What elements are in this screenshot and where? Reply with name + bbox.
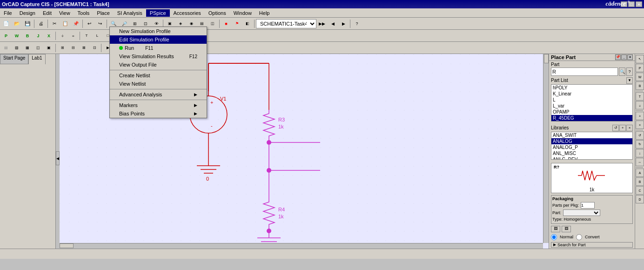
menu-si-analysis[interactable]: SI Analysis [114,9,146,17]
part-filter-button[interactable]: ▼ [626,77,633,84]
part-search-button[interactable]: 🔍 [619,68,625,76]
t3-btn7[interactable]: ⊟ [68,43,78,53]
frt-btn7[interactable]: + [636,112,644,120]
part-list[interactable]: hPOLY K_Linear L L_var OPAMP R_45DEG R_v… [551,84,633,122]
run-sim-button[interactable]: ▶▶ [317,19,327,29]
menu-help[interactable]: Help [255,9,274,17]
scrollbar-vertical[interactable] [543,54,549,243]
part-list-item-selected[interactable]: R_45DEG [551,115,632,121]
place-wire-btn[interactable]: W [12,31,22,41]
close-button[interactable]: × [636,1,642,7]
menu-pspice[interactable]: PSpice [146,9,170,17]
tb-flag[interactable]: ⚑ [232,19,242,29]
menu-advanced-analysis[interactable]: Advanced Analysis ▶ [110,90,207,99]
place-part-btn[interactable]: P [1,31,11,41]
help-button[interactable]: ? [352,19,362,29]
rp-pin-button[interactable]: 📌 [615,54,621,60]
frt-btn11[interactable]: ↕ [636,149,644,157]
part-list-item[interactable]: L [551,97,632,103]
lib-item[interactable]: ANLG_DEV [551,156,632,160]
menu-run[interactable]: Run F11 [110,44,207,52]
frt-btn5[interactable]: T [636,92,644,101]
t3-btn4[interactable]: ◫ [33,43,43,53]
part-list-item[interactable]: hPOLY [551,85,632,91]
stop-button[interactable]: ■ [221,19,231,29]
menu-markers[interactable]: Markers ▶ [110,101,207,109]
place-noconnect-btn[interactable]: X [44,31,54,41]
paste-button[interactable]: 📌 [71,19,81,29]
frt-btn14[interactable]: B [636,177,644,186]
t3-btn3[interactable]: ▦ [22,43,33,53]
menu-edit-sim-profile[interactable]: Edit Simulation Profile [110,35,207,44]
frt-btn4[interactable]: B [636,81,644,90]
place-label-btn[interactable]: L [92,31,102,41]
t3-btn6[interactable]: ⊞ [57,43,67,53]
new-button[interactable]: 📄 [1,19,11,29]
part-help-button[interactable]: ? [626,68,633,76]
scrollbar-horizontal[interactable] [60,243,543,249]
libraries-list[interactable]: ANA_SWIT ANALOG ANALOG_P ANL_MISC ANLG_D… [551,132,633,160]
menu-options[interactable]: Options [205,9,230,17]
menu-bias-points[interactable]: Bias Points ▶ [110,109,207,118]
start-page-tab[interactable]: Start Page [0,54,28,64]
frt-btn6[interactable]: ⏚ [636,101,644,109]
redo-button[interactable]: ↪ [95,19,105,29]
frt-btn9[interactable]: ↺ [636,131,644,140]
t3-btn2[interactable]: ▧ [12,43,22,53]
lib-item-selected[interactable]: ANALOG [551,138,632,144]
frt-btn16[interactable]: D [636,195,644,203]
convert-radio[interactable] [576,234,582,240]
frt-btn15[interactable]: C [636,186,644,195]
menu-place[interactable]: Place [93,9,114,17]
frt-btn13[interactable]: A [636,169,644,177]
img-btn1[interactable]: 🖼 [551,226,560,232]
normal-radio[interactable] [551,234,557,240]
rp-close-button[interactable]: × [627,54,633,60]
simulation-profile-dropdown[interactable]: SCHEMATIC1-Task4 [256,19,316,28]
next-button[interactable]: ▶ [338,19,349,29]
scrollbar-v-thumb[interactable] [544,54,549,63]
menu-view-output-file[interactable]: View Output File [110,61,207,69]
menu-window[interactable]: Window [230,9,255,17]
cut-button[interactable]: ✂ [49,19,60,29]
t3-btn5[interactable]: ▣ [44,43,54,53]
part-list-item[interactable]: K_Linear [551,91,632,97]
lib-item[interactable]: ANL_MISC [551,150,632,156]
menu-tools[interactable]: Tools [74,9,94,17]
menu-accessories[interactable]: Accessories [170,9,205,17]
part-select[interactable] [563,209,600,216]
frt-btn8[interactable]: × [636,121,644,129]
frt-btn10[interactable]: ↻ [636,140,644,148]
lib-remove-button[interactable]: × [626,125,633,131]
rp-minimize-button[interactable]: _ [621,54,627,60]
lib-refresh-button[interactable]: ↺ [612,125,619,131]
menu-view[interactable]: View [55,9,74,17]
undo-button[interactable]: ↩ [84,19,94,29]
pspice-dropdown-menu[interactable]: New Simulation Profile Edit Simulation P… [109,27,207,118]
menu-new-sim-profile[interactable]: New Simulation Profile [110,27,207,35]
print-button[interactable]: 🖨 [36,19,46,29]
save-button[interactable]: 💾 [22,19,33,29]
lib-item[interactable]: ANALOG_P [551,144,632,150]
place-bus-btn[interactable]: B [22,31,33,41]
schematic-tab[interactable]: Lab1 [28,54,45,64]
lib-add-button[interactable]: + [619,125,626,131]
part-list-item[interactable]: OPAMP [551,109,632,115]
place-junction-btn[interactable]: J [33,31,43,41]
frt-btn1[interactable]: ↖ [636,55,644,63]
t3-btn8[interactable]: ⊠ [79,43,89,53]
menu-edit[interactable]: Edit [39,9,55,17]
frt-btn12[interactable]: ↔ [636,158,644,166]
place-power-btn[interactable]: ⏚ [57,31,67,41]
part-search-input[interactable] [551,68,618,76]
tb-extra6[interactable]: ◧ [242,19,253,29]
search-for-part-button[interactable]: ▶ Search for Part [551,242,633,248]
img-btn2[interactable]: 🖼 [562,226,571,232]
part-list-item[interactable]: L_var [551,103,632,109]
left-expand-arrow[interactable]: ◀ [56,151,60,165]
scrollbar-h-thumb[interactable] [60,243,74,248]
part-list-item[interactable]: R_var [551,121,632,122]
parts-per-pkg-input[interactable] [581,202,595,209]
frt-btn2[interactable]: P [636,64,644,72]
menu-create-netlist[interactable]: Create Netlist [110,71,207,80]
